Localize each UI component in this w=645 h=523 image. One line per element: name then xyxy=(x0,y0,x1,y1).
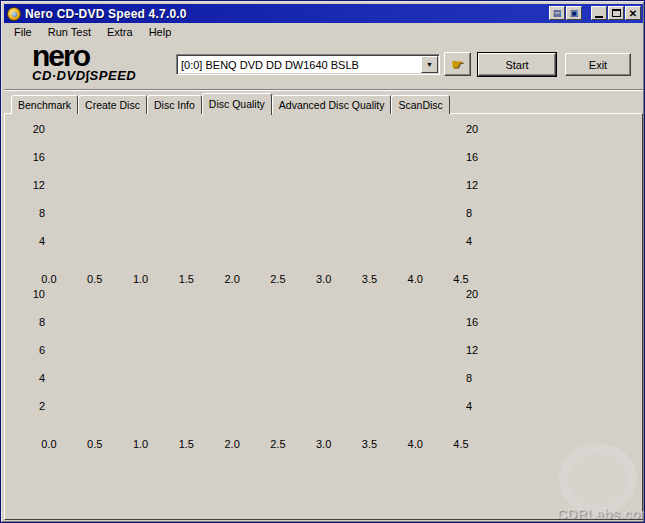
menu-extra[interactable]: Extra xyxy=(99,24,141,40)
report-button[interactable]: ▤ xyxy=(549,6,565,20)
disc-quality-page xyxy=(4,113,643,520)
eject-button[interactable]: ☛ xyxy=(444,52,471,76)
toolbar: nero CD·DVD∫SPEED [0:0] BENQ DVD DD DW16… xyxy=(4,41,643,89)
menubar: File Run Test Extra Help xyxy=(4,23,643,41)
app-icon xyxy=(7,7,21,21)
drive-select-arrow[interactable]: ▼ xyxy=(421,56,438,73)
app-window: Nero CD-DVD Speed 4.7.0.0 ▤ ▣ ✕ File Run… xyxy=(0,0,645,523)
titlebar[interactable]: Nero CD-DVD Speed 4.7.0.0 ▤ ▣ ✕ xyxy=(4,4,643,23)
save-button[interactable]: ▣ xyxy=(566,6,582,20)
tab-disc-quality[interactable]: Disc Quality xyxy=(202,93,272,115)
start-button[interactable]: Start xyxy=(478,53,556,76)
logo-cddvdspeed-text: CD·DVD∫SPEED xyxy=(32,68,172,83)
menu-file[interactable]: File xyxy=(6,24,40,40)
hand-icon: ☛ xyxy=(451,56,464,72)
floppy-icon: ▣ xyxy=(570,9,579,18)
maximize-icon xyxy=(612,9,621,17)
menu-run-test[interactable]: Run Test xyxy=(40,24,99,40)
toolbar-separator xyxy=(4,89,643,91)
maximize-button[interactable] xyxy=(608,6,624,20)
tab-scandisc[interactable]: ScanDisc xyxy=(391,95,449,114)
tab-create-disc[interactable]: Create Disc xyxy=(78,95,147,114)
minimize-icon xyxy=(595,16,603,18)
tab-benchmark[interactable]: Benchmark xyxy=(11,95,78,114)
drive-select-value: [0:0] BENQ DVD DD DW1640 BSLB xyxy=(177,59,421,71)
report-icon: ▤ xyxy=(553,9,562,18)
menu-help[interactable]: Help xyxy=(141,24,180,40)
minimize-button[interactable] xyxy=(591,6,607,20)
nero-logo: nero CD·DVD∫SPEED xyxy=(32,44,172,83)
tab-disc-info[interactable]: Disc Info xyxy=(147,95,202,114)
exit-button[interactable]: Exit xyxy=(565,53,631,76)
close-icon: ✕ xyxy=(629,9,637,18)
chevron-down-icon: ▼ xyxy=(426,61,433,68)
tab-advanced-disc-quality[interactable]: Advanced Disc Quality xyxy=(272,95,392,114)
tab-strip: Benchmark Create Disc Disc Info Disc Qua… xyxy=(11,93,450,115)
close-button[interactable]: ✕ xyxy=(625,6,641,20)
window-title: Nero CD-DVD Speed 4.7.0.0 xyxy=(25,7,187,21)
drive-select[interactable]: [0:0] BENQ DVD DD DW1640 BSLB ▼ xyxy=(176,54,440,75)
logo-nero-text: nero xyxy=(32,44,172,68)
